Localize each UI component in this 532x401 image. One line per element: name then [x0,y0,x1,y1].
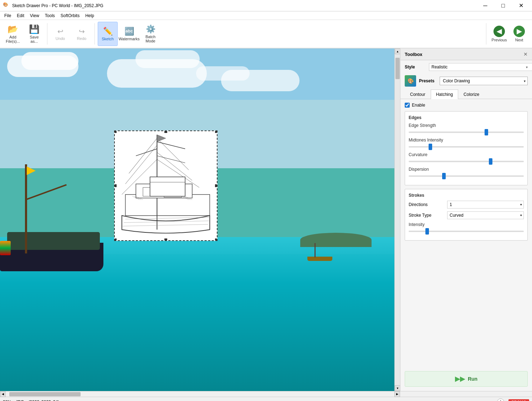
edge-handle-t[interactable] [164,130,167,133]
stroke-type-row: Stroke Type Curved Straight Zigzag ▾ [409,211,524,219]
window-title: Sketch Drawer Pro - PC World - IMG_2052.… [12,3,477,8]
previous-label: Previous [492,38,507,42]
edge-handle-r[interactable] [215,184,218,187]
run-button[interactable]: ▶▶ Run [405,371,528,387]
dispersion-label: Dispersion [409,167,524,172]
watermarks-icon: 🔤 [124,27,134,36]
menu-edit[interactable]: Edit [14,12,27,19]
canvas-inner[interactable]: ▲ ▼ [0,48,400,391]
batch-mode-button[interactable]: ⚙️ BatchMode [140,22,160,46]
watermarks-button[interactable]: 🔤 Watermarks [119,22,139,46]
vertical-scrollbar[interactable]: ▲ ▼ [394,48,400,391]
strokes-intensity-slider[interactable] [409,231,524,232]
sketch-icon: ✏️ [103,27,113,36]
next-label: Next [515,38,523,42]
scroll-thumb-v[interactable] [395,58,400,79]
directions-select[interactable]: 1 2 3 4 [447,201,524,209]
h-scroll-thumb[interactable] [9,392,81,396]
strokes-intensity-label: Intensity [409,222,524,227]
presets-row: 🎨 Presets Color Drawing Pencil Sketch In… [400,74,532,89]
batch-mode-icon: ⚙️ [146,25,155,34]
toolbar: 📂 AddFile(s)... 💾 Saveas... ↩ Undo ↪ Red… [0,20,532,48]
curvature-label: Curvature [409,152,524,157]
run-label: Run [468,376,477,382]
menu-softorbits[interactable]: SoftOrbits [58,12,82,19]
app-icon: 🎨 [3,2,10,9]
next-button[interactable]: ▶ Next [509,22,529,46]
dispersion-slider[interactable] [409,175,524,177]
enable-checkbox[interactable] [405,103,410,108]
edge-strength-slider[interactable] [409,132,524,133]
undo-button[interactable]: ↩ Undo [50,22,70,46]
corner-handle-bl[interactable] [114,238,117,241]
redo-button[interactable]: ↪ Redo [72,22,92,46]
watermarks-label: Watermarks [119,37,140,41]
toolbox-title: Toolbox [405,52,423,57]
boat-2 [307,250,336,261]
toolbox-close-button[interactable]: ✕ [523,51,528,57]
run-icon: ▶▶ [455,375,465,383]
scroll-left-button[interactable]: ◀ [0,391,6,397]
toolbox-spacer [400,248,532,367]
scroll-right-button[interactable]: ▶ [394,391,400,397]
status-bar: 38% JPG (3022x3022x24) ℹ PROMO [0,397,532,401]
scroll-track-v[interactable] [395,54,400,385]
tab-hatching[interactable]: Hatching [431,89,458,99]
menu-view[interactable]: View [27,12,42,19]
midtones-intensity-slider[interactable] [409,146,524,148]
sketch-overlay[interactable] [114,130,218,241]
close-button[interactable]: ✕ [513,0,529,11]
menu-tools[interactable]: Tools [42,12,58,19]
stroke-type-select-wrap: Curved Straight Zigzag ▾ [447,211,524,219]
menu-file[interactable]: File [1,12,14,19]
previous-icon: ◀ [493,26,505,37]
corner-handle-tr[interactable] [215,130,218,133]
status-format: JPG [16,400,24,401]
info-button[interactable]: ℹ [497,399,504,401]
edge-handle-b[interactable] [164,238,167,241]
directions-label: Directions [409,202,444,207]
cloud-4 [135,50,200,68]
toolbar-separator-2 [94,23,95,45]
previous-button[interactable]: ◀ Previous [489,22,509,46]
h-scroll-track[interactable] [6,391,394,397]
presets-select[interactable]: Color Drawing Pencil Sketch Ink Drawing … [440,77,528,85]
enable-row: Enable [405,103,528,108]
save-as-label: Saveas... [30,35,39,43]
nav-buttons: ◀ Previous ▶ Next [483,22,529,46]
strokes-intensity-row: Intensity [409,222,524,233]
hatching-tab-content: Enable Edges Edge Strength Midtones Inte… [400,99,532,248]
corner-handle-tl[interactable] [114,130,117,133]
edge-handle-l[interactable] [114,184,117,187]
enable-label: Enable [412,103,425,108]
scroll-up-button[interactable]: ▲ [395,48,400,54]
corner-handle-br[interactable] [215,238,218,241]
minimize-button[interactable]: ─ [477,0,493,11]
dispersion-row: Dispersion [409,167,524,178]
toolbar-separator-1 [47,23,47,45]
save-as-button[interactable]: 💾 Saveas... [24,22,44,46]
run-button-wrap: ▶▶ Run [400,367,532,391]
tab-colorize[interactable]: Colorize [458,89,485,99]
add-files-icon: 📂 [7,24,18,34]
sketch-label: Sketch [102,37,114,41]
promo-badge[interactable]: PROMO [508,399,529,401]
strokes-group: Strokes Directions 1 2 3 4 ▾ [405,189,528,241]
style-select[interactable]: Realistic Cartoon Pencil Ink [429,63,532,71]
tab-contour[interactable]: Contour [405,89,431,99]
cloud-2 [21,52,78,70]
scroll-down-button[interactable]: ▼ [395,385,400,391]
curvature-slider[interactable] [409,161,524,162]
horizontal-scrollbar[interactable]: ◀ ▶ [0,391,532,397]
add-files-label: AddFile(s)... [6,35,20,43]
sketch-button[interactable]: ✏️ Sketch [98,22,118,46]
sketch-svg [115,131,217,240]
curvature-row: Curvature [409,152,524,163]
menu-help[interactable]: Help [82,12,97,19]
maximize-button[interactable]: □ [495,0,511,11]
add-files-button[interactable]: 📂 AddFile(s)... [3,22,23,46]
boat-hull [0,214,114,271]
directions-row: Directions 1 2 3 4 ▾ [409,201,524,209]
stroke-type-select[interactable]: Curved Straight Zigzag [447,211,524,219]
undo-icon: ↩ [57,27,63,36]
